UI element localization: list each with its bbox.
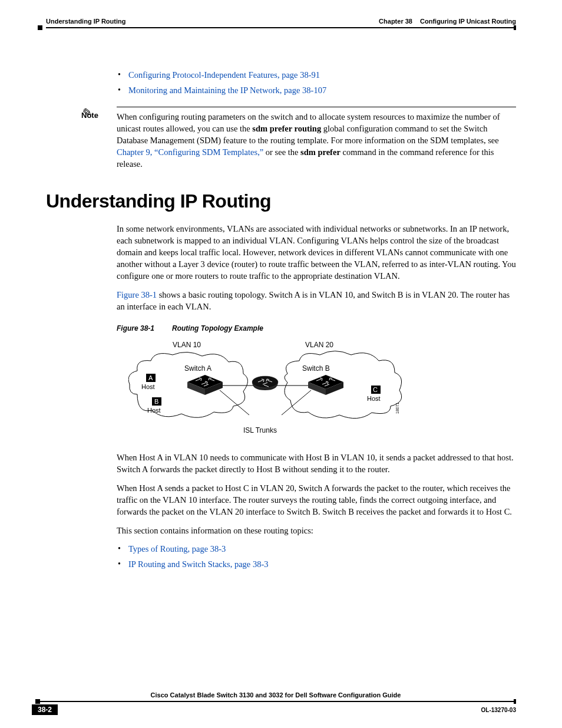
host-b-tag: B Host	[147, 397, 161, 414]
xref-link[interactable]: Types of Routing, page 38-3	[128, 544, 226, 554]
footer-guide-title: Cisco Catalyst Blade Switch 3130 and 303…	[35, 691, 516, 699]
xref-link[interactable]: Configuring Protocol-Independent Feature…	[128, 70, 320, 80]
page-footer: Cisco Catalyst Blade Switch 3130 and 303…	[35, 691, 516, 715]
page-number-badge: 38-2	[32, 704, 58, 715]
note-bold: sdm prefer routing	[252, 124, 321, 133]
bottom-link-list: Types of Routing, page 38-3 IP Routing a…	[117, 543, 516, 570]
switch-a-label: Switch A	[184, 364, 211, 373]
body-para: This section contains information on the…	[117, 525, 516, 536]
list-item: IP Routing and Switch Stacks, page 38-3	[117, 559, 516, 571]
note-rule	[117, 107, 516, 107]
svg-text:B: B	[154, 398, 158, 405]
list-item: Configuring Protocol-Independent Feature…	[117, 70, 516, 81]
figure-label: Figure 38-1	[117, 324, 154, 332]
figure-title: Figure 38-1Routing Topology Example	[117, 324, 516, 332]
body-para: When Host A sends a packet to Host C in …	[117, 482, 516, 518]
body-para: Figure 38-1 shows a basic routing topolo…	[117, 289, 516, 312]
figure-ref[interactable]: Figure 38-1	[117, 290, 157, 299]
body-para: When Host A in VLAN 10 needs to communic…	[117, 452, 516, 475]
figure-id: 18071	[395, 403, 399, 414]
body-para: In some network environments, VLANs are …	[117, 223, 516, 282]
host-c-tag: C Host	[367, 386, 381, 402]
list-item: Types of Routing, page 38-3	[117, 543, 516, 555]
trunk-line	[220, 390, 249, 415]
top-link-list: Configuring Protocol-Independent Feature…	[117, 70, 516, 96]
para-rest: shows a basic routing topology. Switch A…	[117, 290, 510, 311]
switch-a-icon	[187, 375, 223, 395]
router-icon	[252, 376, 278, 390]
note-mid: or see the	[263, 147, 300, 157]
trunk-line	[282, 390, 311, 415]
svg-text:Host: Host	[141, 383, 155, 390]
svg-text:A: A	[148, 374, 153, 381]
switch-b-icon	[308, 375, 343, 395]
header-chapter-block: Chapter 38 Configuring IP Unicast Routin…	[379, 18, 516, 25]
svg-point-7	[252, 376, 278, 388]
xref-link[interactable]: Chapter 9, “Configuring SDM Templates,”	[117, 147, 263, 157]
header-section: Understanding IP Routing	[46, 18, 125, 25]
xref-link[interactable]: Monitoring and Maintaining the IP Networ…	[128, 85, 326, 95]
header-chapter: Chapter 38	[379, 18, 412, 25]
header-chapter-title: Configuring IP Unicast Routing	[420, 18, 516, 25]
xref-link[interactable]: IP Routing and Switch Stacks, page 38-3	[128, 559, 268, 569]
figure-caption: Routing Topology Example	[172, 324, 263, 332]
switch-b-label: Switch B	[302, 364, 330, 373]
vlan10-label: VLAN 10	[173, 341, 201, 349]
note-block: ✎ Note When configuring routing paramete…	[81, 107, 516, 170]
main-content: Configuring Protocol-Independent Feature…	[117, 70, 516, 570]
vlan20-label: VLAN 20	[305, 341, 333, 349]
list-item: Monitoring and Maintaining the IP Networ…	[117, 85, 516, 97]
header-rule	[46, 27, 516, 28]
running-header: Understanding IP Routing Chapter 38 Conf…	[46, 18, 516, 25]
doc-id: OL-13270-03	[481, 707, 516, 713]
note-text: When configuring routing parameters on t…	[117, 111, 516, 170]
note-bold: sdm prefer	[300, 147, 340, 157]
svg-text:Host: Host	[367, 395, 381, 402]
svg-text:C: C	[373, 386, 378, 393]
footer-rule	[35, 701, 516, 702]
page: Understanding IP Routing Chapter 38 Conf…	[0, 0, 562, 728]
routing-topology-figure: VLAN 10 VLAN 20 Switch A	[128, 338, 516, 441]
host-a-tag: A Host	[141, 374, 156, 390]
isl-trunks-label: ISL Trunks	[243, 426, 277, 434]
svg-text:Host: Host	[147, 407, 161, 414]
section-heading: Understanding IP Routing	[46, 190, 516, 212]
